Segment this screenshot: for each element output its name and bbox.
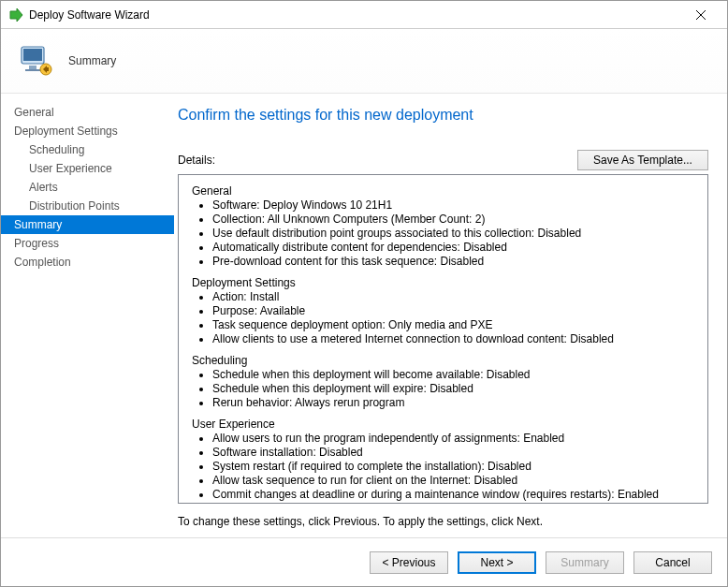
svg-rect-5: [29, 66, 36, 69]
details-row: Details: Save As Template...: [178, 150, 708, 170]
details-line: Rerun behavior: Always rerun program: [212, 396, 694, 410]
details-line: Automatically distribute content for dep…: [212, 241, 694, 255]
details-line: Software: Deploy Windows 10 21H1: [212, 198, 694, 213]
svg-marker-0: [10, 8, 22, 22]
sidebar-item-deployment-settings[interactable]: Deployment Settings: [1, 122, 174, 140]
details-section-title: Scheduling: [192, 354, 694, 368]
previous-button[interactable]: < Previous: [370, 551, 448, 574]
sidebar-item-general[interactable]: General: [1, 103, 174, 122]
details-line: Schedule when this deployment will expir…: [212, 382, 694, 396]
hint-text: To change these settings, click Previous…: [178, 515, 708, 528]
details-line: Task sequence deployment option: Only me…: [212, 318, 694, 332]
main-heading: Confirm the settings for this new deploy…: [178, 107, 708, 124]
details-line: Allow clients to use a metered Internet …: [212, 332, 694, 346]
summary-button[interactable]: Summary: [546, 551, 624, 574]
details-line: Allow task sequence to run for client on…: [212, 474, 694, 488]
step-title: Summary: [68, 54, 116, 67]
svg-rect-4: [23, 49, 42, 61]
details-line: Collection: All Unknown Computers (Membe…: [212, 213, 694, 227]
next-button[interactable]: Next >: [458, 551, 536, 574]
details-line: Purpose: Available: [212, 304, 694, 318]
details-line: Use default distribution point groups as…: [212, 227, 694, 241]
details-section-list: Schedule when this deployment will becom…: [212, 368, 694, 410]
details-label: Details:: [178, 154, 577, 167]
window-title: Deploy Software Wizard: [29, 8, 682, 22]
sidebar-item-distribution-points[interactable]: Distribution Points: [1, 197, 174, 215]
close-icon: [696, 10, 706, 20]
sidebar-item-summary[interactable]: Summary: [1, 215, 174, 234]
details-line: Pre-download content for this task seque…: [212, 255, 694, 269]
wizard-sidebar: GeneralDeployment SettingsSchedulingUser…: [1, 94, 174, 537]
details-section-title: User Experience: [192, 418, 694, 432]
close-button[interactable]: [682, 2, 720, 28]
details-section-list: Action: InstallPurpose: AvailableTask se…: [212, 290, 694, 346]
sidebar-item-scheduling[interactable]: Scheduling: [1, 140, 174, 159]
details-section-title: General: [192, 184, 694, 198]
details-section-title: Deployment Settings: [192, 276, 694, 290]
save-as-template-button[interactable]: Save As Template...: [577, 150, 708, 170]
svg-rect-6: [25, 69, 40, 71]
details-line: Action: Install: [212, 290, 694, 304]
details-line: Show Task Sequence progress: Enabled: [212, 502, 694, 504]
computer-deploy-icon: [16, 41, 55, 81]
details-line: Schedule when this deployment will becom…: [212, 368, 694, 382]
sidebar-item-user-experience[interactable]: User Experience: [1, 159, 174, 178]
details-line: Software installation: Disabled: [212, 446, 694, 460]
details-section-list: Allow users to run the program independe…: [212, 432, 694, 504]
details-line: System restart (if required to complete …: [212, 460, 694, 474]
cancel-button[interactable]: Cancel: [633, 551, 712, 574]
main-panel: Confirm the settings for this new deploy…: [174, 94, 727, 537]
wizard-footer: < Previous Next > Summary Cancel: [1, 537, 727, 586]
details-line: Allow users to run the program independe…: [212, 432, 694, 446]
wizard-window: Deploy Software Wizard Summary GeneralDe…: [0, 0, 728, 587]
details-textbox[interactable]: GeneralSoftware: Deploy Windows 10 21H1C…: [178, 174, 708, 504]
sidebar-item-completion[interactable]: Completion: [1, 253, 174, 271]
deploy-arrow-icon: [8, 7, 23, 22]
details-line: Commit changes at deadline or during a m…: [212, 488, 694, 502]
details-section-list: Software: Deploy Windows 10 21H1Collecti…: [212, 198, 694, 269]
header-band: Summary: [1, 29, 727, 93]
body-area: GeneralDeployment SettingsSchedulingUser…: [1, 93, 727, 537]
sidebar-item-progress[interactable]: Progress: [1, 234, 174, 253]
titlebar: Deploy Software Wizard: [1, 1, 727, 29]
sidebar-item-alerts[interactable]: Alerts: [1, 178, 174, 197]
